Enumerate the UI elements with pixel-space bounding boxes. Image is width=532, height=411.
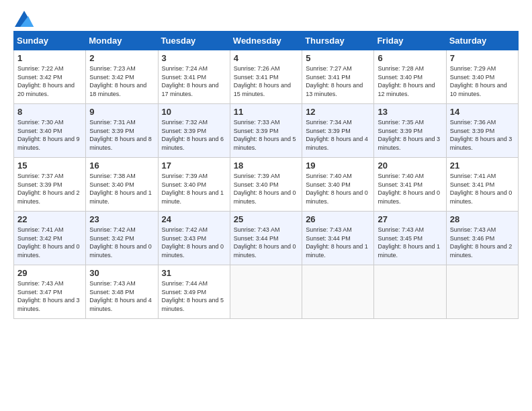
day-number: 19 (306, 161, 370, 171)
day-header-tuesday: Tuesday (158, 32, 230, 50)
calendar-cell: 2 Sunrise: 7:23 AM Sunset: 3:42 PM Dayli… (86, 50, 158, 104)
cell-info: Sunrise: 7:38 AM Sunset: 3:40 PM Dayligh… (89, 172, 154, 205)
calendar-cell: 26 Sunrise: 7:43 AM Sunset: 3:44 PM Dayl… (302, 212, 374, 265)
calendar-cell (446, 265, 518, 319)
day-header-sunday: Sunday (14, 32, 86, 50)
calendar-week-row: 1 Sunrise: 7:22 AM Sunset: 3:42 PM Dayli… (14, 50, 519, 104)
calendar-cell: 27 Sunrise: 7:43 AM Sunset: 3:45 PM Dayl… (374, 212, 446, 265)
day-header-wednesday: Wednesday (230, 32, 302, 50)
calendar-cell: 16 Sunrise: 7:38 AM Sunset: 3:40 PM Dayl… (86, 158, 158, 212)
calendar-cell: 17 Sunrise: 7:39 AM Sunset: 3:40 PM Dayl… (158, 158, 230, 212)
day-number: 24 (162, 214, 226, 224)
cell-info: Sunrise: 7:40 AM Sunset: 3:41 PM Dayligh… (378, 172, 442, 205)
calendar-cell: 29 Sunrise: 7:43 AM Sunset: 3:47 PM Dayl… (14, 265, 86, 319)
calendar-cell: 22 Sunrise: 7:41 AM Sunset: 3:42 PM Dayl… (14, 212, 86, 265)
page: SundayMondayTuesdayWednesdayThursdayFrid… (0, 0, 532, 326)
cell-info: Sunrise: 7:43 AM Sunset: 3:44 PM Dayligh… (306, 226, 370, 259)
day-header-friday: Friday (374, 32, 446, 50)
calendar-cell: 9 Sunrise: 7:31 AM Sunset: 3:39 PM Dayli… (86, 104, 158, 158)
calendar-cell: 24 Sunrise: 7:42 AM Sunset: 3:43 PM Dayl… (158, 212, 230, 265)
day-number: 16 (89, 161, 154, 171)
header (13, 11, 519, 27)
calendar-week-row: 15 Sunrise: 7:37 AM Sunset: 3:39 PM Dayl… (14, 158, 519, 212)
calendar-table: SundayMondayTuesdayWednesdayThursdayFrid… (13, 31, 519, 319)
logo (13, 11, 34, 27)
day-number: 5 (306, 53, 370, 63)
logo-icon (15, 11, 34, 27)
day-number: 17 (162, 161, 226, 171)
day-number: 28 (450, 214, 515, 224)
calendar-cell: 1 Sunrise: 7:22 AM Sunset: 3:42 PM Dayli… (14, 50, 86, 104)
calendar-cell: 14 Sunrise: 7:36 AM Sunset: 3:39 PM Dayl… (446, 104, 518, 158)
cell-info: Sunrise: 7:36 AM Sunset: 3:39 PM Dayligh… (450, 118, 515, 152)
calendar-cell: 11 Sunrise: 7:33 AM Sunset: 3:39 PM Dayl… (230, 104, 302, 158)
cell-info: Sunrise: 7:43 AM Sunset: 3:46 PM Dayligh… (450, 226, 515, 259)
cell-info: Sunrise: 7:40 AM Sunset: 3:40 PM Dayligh… (306, 172, 370, 205)
calendar-cell: 30 Sunrise: 7:43 AM Sunset: 3:48 PM Dayl… (86, 265, 158, 319)
day-number: 6 (378, 53, 442, 63)
calendar-cell (230, 265, 302, 319)
day-number: 7 (450, 53, 515, 63)
cell-info: Sunrise: 7:32 AM Sunset: 3:39 PM Dayligh… (162, 118, 226, 152)
day-number: 31 (162, 268, 226, 278)
cell-info: Sunrise: 7:37 AM Sunset: 3:39 PM Dayligh… (17, 172, 82, 205)
day-number: 13 (378, 107, 442, 117)
calendar-cell: 12 Sunrise: 7:34 AM Sunset: 3:39 PM Dayl… (302, 104, 374, 158)
calendar-week-row: 29 Sunrise: 7:43 AM Sunset: 3:47 PM Dayl… (14, 265, 519, 319)
calendar-cell (302, 265, 374, 319)
day-number: 23 (89, 214, 154, 224)
calendar-cell: 3 Sunrise: 7:24 AM Sunset: 3:41 PM Dayli… (158, 50, 230, 104)
calendar-cell: 10 Sunrise: 7:32 AM Sunset: 3:39 PM Dayl… (158, 104, 230, 158)
day-header-monday: Monday (86, 32, 158, 50)
day-number: 4 (234, 53, 298, 63)
day-header-saturday: Saturday (446, 32, 518, 50)
day-number: 22 (17, 214, 82, 224)
cell-info: Sunrise: 7:24 AM Sunset: 3:41 PM Dayligh… (162, 64, 226, 98)
cell-info: Sunrise: 7:44 AM Sunset: 3:49 PM Dayligh… (162, 279, 226, 313)
calendar-cell: 8 Sunrise: 7:30 AM Sunset: 3:40 PM Dayli… (14, 104, 86, 158)
day-number: 10 (162, 107, 226, 117)
cell-info: Sunrise: 7:43 AM Sunset: 3:45 PM Dayligh… (378, 226, 442, 259)
cell-info: Sunrise: 7:42 AM Sunset: 3:42 PM Dayligh… (89, 226, 154, 259)
calendar-cell: 21 Sunrise: 7:41 AM Sunset: 3:41 PM Dayl… (446, 158, 518, 212)
calendar-header-row: SundayMondayTuesdayWednesdayThursdayFrid… (14, 32, 519, 50)
calendar-cell: 28 Sunrise: 7:43 AM Sunset: 3:46 PM Dayl… (446, 212, 518, 265)
day-number: 27 (378, 214, 442, 224)
day-number: 26 (306, 214, 370, 224)
calendar-cell: 19 Sunrise: 7:40 AM Sunset: 3:40 PM Dayl… (302, 158, 374, 212)
calendar-cell: 6 Sunrise: 7:28 AM Sunset: 3:40 PM Dayli… (374, 50, 446, 104)
day-number: 21 (450, 161, 515, 171)
day-number: 12 (306, 107, 370, 117)
cell-info: Sunrise: 7:29 AM Sunset: 3:40 PM Dayligh… (450, 64, 515, 98)
calendar-cell: 20 Sunrise: 7:40 AM Sunset: 3:41 PM Dayl… (374, 158, 446, 212)
cell-info: Sunrise: 7:27 AM Sunset: 3:41 PM Dayligh… (306, 64, 370, 98)
calendar-cell (374, 265, 446, 319)
calendar-cell: 7 Sunrise: 7:29 AM Sunset: 3:40 PM Dayli… (446, 50, 518, 104)
day-number: 9 (89, 107, 154, 117)
cell-info: Sunrise: 7:43 AM Sunset: 3:48 PM Dayligh… (89, 279, 154, 313)
cell-info: Sunrise: 7:41 AM Sunset: 3:41 PM Dayligh… (450, 172, 515, 205)
cell-info: Sunrise: 7:33 AM Sunset: 3:39 PM Dayligh… (234, 118, 298, 152)
day-number: 20 (378, 161, 442, 171)
cell-info: Sunrise: 7:39 AM Sunset: 3:40 PM Dayligh… (162, 172, 226, 205)
calendar-week-row: 8 Sunrise: 7:30 AM Sunset: 3:40 PM Dayli… (14, 104, 519, 158)
day-number: 25 (234, 214, 298, 224)
calendar-cell: 5 Sunrise: 7:27 AM Sunset: 3:41 PM Dayli… (302, 50, 374, 104)
cell-info: Sunrise: 7:41 AM Sunset: 3:42 PM Dayligh… (17, 226, 82, 259)
calendar-cell: 25 Sunrise: 7:43 AM Sunset: 3:44 PM Dayl… (230, 212, 302, 265)
cell-info: Sunrise: 7:26 AM Sunset: 3:41 PM Dayligh… (234, 64, 298, 98)
cell-info: Sunrise: 7:30 AM Sunset: 3:40 PM Dayligh… (17, 118, 82, 152)
day-number: 15 (17, 161, 82, 171)
day-header-thursday: Thursday (302, 32, 374, 50)
calendar-cell: 13 Sunrise: 7:35 AM Sunset: 3:39 PM Dayl… (374, 104, 446, 158)
cell-info: Sunrise: 7:34 AM Sunset: 3:39 PM Dayligh… (306, 118, 370, 152)
day-number: 2 (89, 53, 154, 63)
day-number: 8 (17, 107, 82, 117)
calendar-cell: 15 Sunrise: 7:37 AM Sunset: 3:39 PM Dayl… (14, 158, 86, 212)
cell-info: Sunrise: 7:43 AM Sunset: 3:47 PM Dayligh… (17, 279, 82, 313)
cell-info: Sunrise: 7:35 AM Sunset: 3:39 PM Dayligh… (378, 118, 442, 152)
cell-info: Sunrise: 7:22 AM Sunset: 3:42 PM Dayligh… (17, 64, 82, 98)
calendar-cell: 23 Sunrise: 7:42 AM Sunset: 3:42 PM Dayl… (86, 212, 158, 265)
day-number: 1 (17, 53, 82, 63)
cell-info: Sunrise: 7:42 AM Sunset: 3:43 PM Dayligh… (162, 226, 226, 259)
